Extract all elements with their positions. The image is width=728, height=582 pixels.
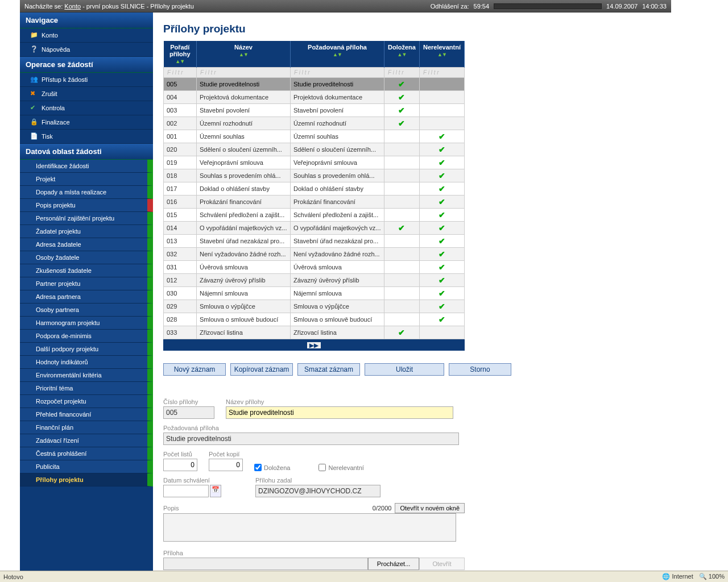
table-row[interactable]: 004Projektová dokumentaceProjektová doku… (164, 91, 465, 104)
filter-nerelevantni[interactable]: F i l t r (419, 68, 464, 78)
sidebar-item-podpora-de-minimis[interactable]: Podpora de-minimis (20, 330, 153, 343)
pager-next-icon[interactable]: ▶▶ (307, 342, 321, 349)
sidebar-item-person-ln-zaji-t-n-projektu[interactable]: Personální zajištění projektu (20, 212, 153, 225)
table-row[interactable]: 012Závazný úvěrový příslibZávazný úvěrov… (164, 274, 465, 287)
table-row[interactable]: 028Smlouva o smlouvě budoucíSmlouva o sm… (164, 313, 465, 326)
sidebar-item-p-ehled-financov-n-[interactable]: Přehled financování (20, 408, 153, 421)
table-row[interactable]: 018Souhlas s provedením ohlá...Souhlas s… (164, 169, 465, 182)
save-button[interactable]: Uložit (365, 363, 444, 376)
nav-pristup[interactable]: 👥Přístup k žádosti (20, 73, 153, 87)
sidebar-item-dopady-a-m-sta-realizace[interactable]: Dopady a místa realizace (20, 186, 153, 199)
cell-nerelevantni: ✔ (419, 222, 464, 235)
priloha-label: Příloha (163, 550, 660, 556)
sidebar-item-zad-vac-zen-[interactable]: Zadávací řízení (20, 434, 153, 447)
open-new-window-button[interactable]: Otevřít v novém okně (395, 503, 465, 513)
nav-zrusit[interactable]: ✖Zrušit (20, 87, 153, 101)
cell-nerelevantni (419, 104, 464, 117)
filter-dolozena[interactable]: F i l t r (384, 68, 420, 78)
nazev-label: Název přílohy (226, 398, 453, 405)
table-row[interactable]: 016Prokázání financováníProkázání financ… (164, 196, 465, 209)
dolozena-checkbox[interactable] (254, 464, 262, 471)
sort-icon[interactable]: ▲▼ (398, 52, 407, 57)
nerelevantni-label: Nerelevantní (328, 464, 363, 471)
cislo-field: 005 (163, 406, 214, 419)
table-row[interactable]: 019Veřejnoprávní smlouvaVeřejnoprávní sm… (164, 156, 465, 169)
sidebar-item-osoby-adatele[interactable]: Osoby žadatele (20, 251, 153, 264)
table-row[interactable]: 033Zřizovací listinaZřizovací listina✔ (164, 326, 465, 339)
nav-finalizace[interactable]: 🔒Finalizace (20, 115, 153, 130)
col-header-pozadovana[interactable]: Požadovaná příloha▲▼ (291, 41, 384, 68)
nerelevantni-checkbox[interactable] (318, 464, 326, 471)
datum-input[interactable] (163, 485, 209, 497)
sidebar-item-rozpo-et-projektu[interactable]: Rozpočet projektu (20, 395, 153, 408)
sort-icon[interactable]: ▲▼ (437, 52, 446, 57)
filter-poradi[interactable]: F i l t r (164, 68, 197, 78)
filter-nazev[interactable]: F i l t r (197, 68, 291, 78)
table-row[interactable]: 014O vypořádání majetkových vz...O vypoř… (164, 222, 465, 235)
col-header-nazev[interactable]: Název▲▼ (197, 41, 291, 68)
sidebar-item-osoby-partnera[interactable]: Osoby partnera (20, 304, 153, 317)
cell-nazev: Závazný úvěrový příslib (197, 274, 291, 287)
col-header-dolozena[interactable]: Doložena▲▼ (384, 41, 420, 68)
delete-button[interactable]: Smazat záznam (297, 363, 360, 376)
location-link[interactable]: Konto (64, 3, 81, 10)
copy-button[interactable]: Kopírovat záznam (230, 363, 293, 376)
sidebar-item-dal-podpory-projektu[interactable]: Další podpory projektu (20, 343, 153, 356)
table-row[interactable]: 001Územní souhlasÚzemní souhlas✔ (164, 130, 465, 143)
popis-textarea[interactable] (163, 513, 456, 542)
sidebar-item-environment-ln-krit-ria[interactable]: Environmentální kritéria (20, 369, 153, 382)
priloha-path (163, 558, 368, 570)
cell-nazev: Úvěrová smlouva (197, 261, 291, 274)
table-row[interactable]: 003Stavební povoleníStavební povolení✔ (164, 104, 465, 117)
sidebar-item-adresa-partnera[interactable]: Adresa partnera (20, 290, 153, 304)
sidebar-item-identifikace-dosti[interactable]: Identifikace žádosti (20, 160, 153, 173)
pocet-listu-input[interactable] (163, 459, 197, 471)
table-row[interactable]: 017Doklad o ohlášení stavbyDoklad o ohlá… (164, 182, 465, 196)
check-icon: ✔ (439, 223, 445, 232)
sidebar-item-partner-projektu[interactable]: Partner projektu (20, 277, 153, 290)
sidebar-item-adresa-adatele[interactable]: Adresa žadatele (20, 238, 153, 251)
sidebar-item-p-lohy-projektu[interactable]: Přílohy projektu (20, 473, 153, 487)
sidebar-item--estn-prohl-en-[interactable]: Čestná prohlášení (20, 447, 153, 460)
check-icon: ✔ (439, 197, 445, 206)
nav-kontrola[interactable]: ✔Kontrola (20, 101, 153, 115)
table-row[interactable]: 030Nájemní smlouvaNájemní smlouva✔ (164, 287, 465, 300)
filter-pozadovana[interactable]: F i l t r (291, 68, 384, 78)
col-header-poradi[interactable]: Pořadí přílohy▲▼ (164, 41, 197, 68)
table-row[interactable]: 015Schválení předložení a zajišt...Schvá… (164, 209, 465, 222)
table-row[interactable]: 020Sdělení o sloučení územníh...Sdělení … (164, 143, 465, 156)
cell-poradi: 001 (164, 130, 197, 143)
table-row[interactable]: 029Smlouva o výpůjčceSmlouva o výpůjčce✔ (164, 300, 465, 313)
sidebar-item-projekt[interactable]: Projekt (20, 173, 153, 186)
zoom-level[interactable]: 🔍 100% (699, 573, 725, 580)
table-row[interactable]: 031Úvěrová smlouvaÚvěrová smlouva✔ (164, 261, 465, 274)
sort-icon[interactable]: ▲▼ (175, 59, 184, 64)
pocet-kopii-input[interactable] (209, 459, 243, 471)
sidebar-item-zku-enosti-adatele[interactable]: Zkušenosti žadatele (20, 264, 153, 277)
sidebar-item--adatel-projektu[interactable]: Žadatel projektu (20, 225, 153, 238)
nazev-input[interactable] (226, 406, 453, 419)
sidebar-item-finan-n-pl-n[interactable]: Finanční plán (20, 421, 153, 434)
sidebar-item-publicita[interactable]: Publicita (20, 460, 153, 473)
new-button[interactable]: Nový záznam (163, 363, 226, 376)
sidebar-item-popis-projektu[interactable]: Popis projektu (20, 199, 153, 212)
sidebar-item-hodnoty-indik-tor-[interactable]: Hodnoty indikátorů (20, 356, 153, 369)
table-row[interactable]: 032Není vyžadováno žádné rozh...Není vyž… (164, 248, 465, 261)
cell-poradi: 014 (164, 222, 197, 235)
table-row[interactable]: 002Územní rozhodnutíÚzemní rozhodnutí✔ (164, 117, 465, 130)
calendar-icon[interactable]: 📅 (210, 485, 221, 497)
cell-nazev: Prokázání financování (197, 196, 291, 209)
cell-poradi: 018 (164, 169, 197, 182)
sort-icon[interactable]: ▲▼ (239, 52, 248, 57)
cancel-button[interactable]: Storno (449, 363, 511, 376)
table-row[interactable]: 013Stavební úřad nezakázal pro...Stavebn… (164, 235, 465, 248)
table-row[interactable]: 005Studie proveditelnostiStudie provedit… (164, 78, 465, 91)
sort-icon[interactable]: ▲▼ (333, 52, 342, 57)
browse-button[interactable]: Procházet... (368, 558, 419, 570)
nav-tisk[interactable]: 📄Tisk (20, 130, 153, 144)
sidebar-item-harmonogram-projektu[interactable]: Harmonogram projektu (20, 317, 153, 330)
nav-napoveda[interactable]: ❔Nápověda (20, 43, 153, 57)
nav-konto[interactable]: 📁Konto (20, 28, 153, 43)
col-header-nerelevantni[interactable]: Nerelevantní▲▼ (419, 41, 464, 68)
sidebar-item-prioritn-t-ma[interactable]: Prioritní téma (20, 382, 153, 395)
